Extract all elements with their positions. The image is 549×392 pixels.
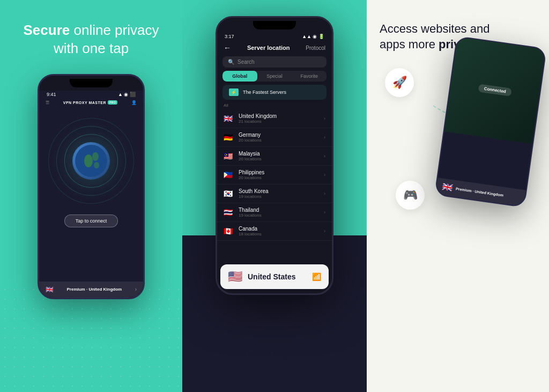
flag-ph: 🇵🇭 (224, 171, 234, 179)
fastest-servers-item[interactable]: ⚡ The Fastest Servers (222, 85, 327, 100)
flag-th: 🇹🇭 (224, 209, 234, 216)
ph-chevron-icon: › (324, 172, 325, 177)
right-footer-text: Premium · United Kingdom (456, 187, 504, 197)
server-list: 🇬🇧 United Kingdom 21 locations › 🇩🇪 Germ… (217, 109, 332, 241)
tab-favorite[interactable]: Favorite (292, 71, 327, 82)
rocket-icon: 🚀 (392, 76, 407, 90)
left-status-icons: ▲ ◉ ⬛ (118, 92, 136, 97)
profile-icon[interactable]: 👤 (131, 100, 137, 105)
pro-badge: PRO (108, 100, 117, 105)
flag-de: 🇩🇪 (224, 134, 234, 141)
globe-area (39, 107, 143, 215)
middle-time: 3:17 (225, 34, 234, 39)
kr-info: South Korea 19 locations (239, 188, 320, 199)
flag-kr: 🇰🇷 (224, 190, 234, 197)
middle-panel: 3:17 ▲▲ ◉ 🔋 ← Server location Protocol 🔍… (182, 0, 367, 392)
back-button[interactable]: ← (224, 43, 231, 52)
search-placeholder: Search (238, 59, 255, 65)
right-phone-screen: Connected (444, 37, 546, 144)
tap-to-connect-button[interactable]: Tap to connect (64, 215, 118, 227)
server-item-th[interactable]: 🇹🇭 Thailand 19 locations › (217, 203, 332, 222)
game-feature-icon: 🎮 (396, 181, 425, 210)
search-bar[interactable]: 🔍 Search (222, 56, 327, 68)
server-item-ca[interactable]: 🇨🇦 Canada 18 locations › (217, 222, 332, 241)
left-panel: Secure online privacy with one tap 9:41 … (0, 0, 182, 392)
kr-chevron-icon: › (324, 191, 325, 196)
tab-special[interactable]: Special (257, 71, 292, 82)
server-item-my[interactable]: 🇲🇾 Malaysia 20 locations › (217, 147, 332, 166)
vpn-logo: VPN PROXY MASTER PRO (63, 100, 118, 105)
flag-uk: 🇬🇧 (224, 115, 234, 122)
fast-text: Fast and (193, 347, 356, 364)
server-tabs: Global Special Favorite (222, 71, 327, 82)
selected-country-bar[interactable]: 🇺🇸 United States 📶 (220, 264, 329, 289)
tab-global[interactable]: Global (222, 71, 257, 82)
svg-point-2 (92, 152, 99, 161)
footer-text: Premium · United Kingdom (66, 287, 122, 292)
middle-status-bar: 3:17 ▲▲ ◉ 🔋 (217, 33, 332, 40)
right-phone: Connected 🇬🇧 Premium · United Kingdom (434, 36, 547, 208)
ph-info: Philippines 20 locations (239, 169, 320, 180)
right-footer-flag: 🇬🇧 (441, 182, 453, 194)
left-phone-notch (39, 76, 143, 91)
server-item-kr[interactable]: 🇰🇷 South Korea 19 locations › (217, 184, 332, 203)
my-chevron-icon: › (324, 153, 325, 159)
left-panel-title: Secure online privacy with one tap (24, 21, 159, 58)
middle-status-icons: ▲▲ ◉ 🔋 (302, 34, 324, 39)
flag-ca: 🇨🇦 (224, 227, 234, 235)
left-phone: 9:41 ▲ ◉ ⬛ ☰ VPN PROXY MASTER PRO 👤 (38, 74, 145, 299)
protocol-button[interactable]: Protocol (306, 45, 325, 51)
flag-my: 🇲🇾 (224, 152, 234, 160)
us-country-name: United States (248, 272, 307, 281)
svg-point-3 (94, 162, 99, 168)
th-chevron-icon: › (324, 210, 325, 215)
footer-flag: 🇬🇧 (46, 286, 54, 293)
th-info: Thailand 19 locations (239, 207, 320, 218)
bg-dots-decoration (0, 285, 182, 392)
uk-info: United Kingdom 21 locations (239, 113, 320, 124)
uk-chevron-icon: › (324, 116, 325, 121)
fastest-icon: ⚡ (229, 88, 239, 96)
search-icon: 🔍 (228, 59, 234, 65)
features-area: 🚀 💬 🛡️ 🎮 Connected 🇬🇧 Premium · United K… (380, 63, 536, 213)
left-time: 9:41 (47, 92, 56, 97)
server-location-title: Server location (247, 45, 290, 51)
all-section-label: All (217, 102, 332, 109)
middle-header: ← Server location Protocol (217, 40, 332, 54)
middle-phone: 3:17 ▲▲ ◉ 🔋 ← Server location Protocol 🔍… (216, 16, 333, 295)
connected-label: Connected (478, 84, 512, 97)
signal-icon: 📶 (312, 272, 321, 281)
svg-point-1 (84, 154, 93, 167)
secure-text: secure servers (193, 364, 356, 381)
server-item-uk[interactable]: 🇬🇧 United Kingdom 21 locations › (217, 109, 332, 128)
globe (72, 142, 110, 180)
de-chevron-icon: › (324, 135, 325, 140)
ca-info: Canada 18 locations (239, 226, 320, 236)
right-panel: Access websites and apps more privately … (367, 0, 549, 392)
globe-rings (48, 118, 134, 204)
us-flag: 🇺🇸 (228, 270, 242, 284)
middle-bottom-caption: Fast and secure servers (182, 347, 367, 381)
right-phone-area: Connected 🇬🇧 Premium · United Kingdom (445, 41, 549, 213)
server-item-ph[interactable]: 🇵🇭 Philippines 20 locations › (217, 166, 332, 184)
ca-chevron-icon: › (324, 228, 325, 234)
footer-chevron-icon: › (135, 286, 137, 292)
my-info: Malaysia 20 locations (239, 151, 320, 161)
left-phone-header: ☰ VPN PROXY MASTER PRO 👤 (39, 98, 143, 107)
game-icon: 🎮 (403, 188, 418, 202)
left-phone-status: 9:41 ▲ ◉ ⬛ (39, 91, 143, 98)
right-phone-footer: 🇬🇧 Premium · United Kingdom (435, 177, 526, 206)
de-info: Germany 20 locations (239, 132, 320, 143)
server-item-de[interactable]: 🇩🇪 Germany 20 locations › (217, 128, 332, 147)
rocket-feature-icon: 🚀 (385, 68, 414, 97)
left-phone-footer[interactable]: 🇬🇧 Premium · United Kingdom › (39, 282, 143, 298)
fastest-text: The Fastest Servers (243, 90, 286, 95)
hamburger-icon[interactable]: ☰ (46, 100, 49, 105)
middle-notch (217, 18, 332, 33)
